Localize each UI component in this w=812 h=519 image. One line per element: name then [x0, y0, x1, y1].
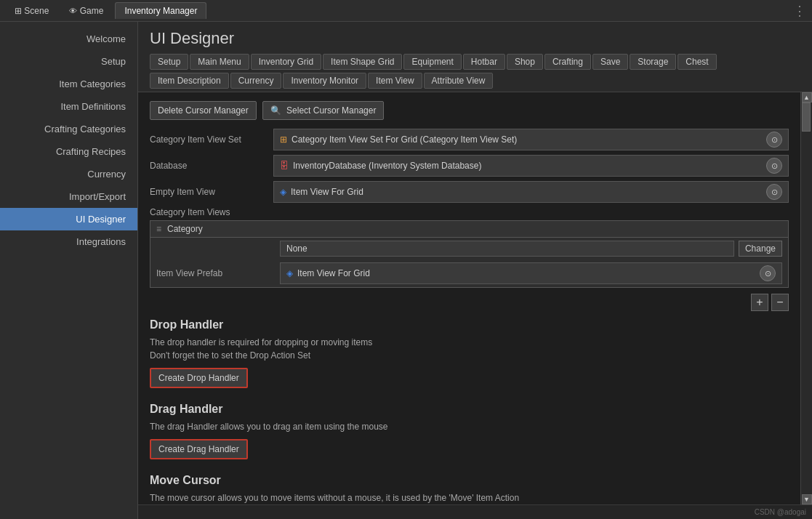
- game-tab[interactable]: 👁 Game: [60, 3, 112, 19]
- add-row-button[interactable]: +: [751, 294, 768, 311]
- category-item-view-set-value: ⊞ Category Item View Set For Grid (Categ…: [273, 129, 789, 150]
- empty-item-view-value: ◈ Item View For Grid ⊙: [273, 181, 789, 203]
- scene-icon: ⊞: [15, 6, 22, 16]
- empty-item-view-btn[interactable]: ⊙: [766, 184, 782, 200]
- tab-save[interactable]: Save: [592, 54, 628, 70]
- scrollbar-track[interactable]: [801, 102, 812, 494]
- more-options-icon[interactable]: ⋮: [793, 3, 806, 19]
- ui-designer-header: UI Designer Setup Main Menu Inventory Gr…: [138, 22, 812, 92]
- drag-handler-desc: The drag Handler allows you to drag an i…: [150, 420, 789, 433]
- database-icon: 🗄: [280, 161, 289, 171]
- grid-icon: ⊞: [280, 134, 287, 145]
- drop-handler-title: Drop Handler: [150, 318, 789, 331]
- content-area: UI Designer Setup Main Menu Inventory Gr…: [138, 22, 812, 519]
- category-item-views-section-label: Category Item Views: [150, 207, 789, 217]
- tab-main-menu[interactable]: Main Menu: [190, 54, 249, 70]
- category-row: None Change: [150, 238, 788, 260]
- category-table: ≡ Category None Change Item View Prefab: [150, 220, 789, 288]
- tab-inventory-monitor[interactable]: Inventory Monitor: [283, 73, 366, 89]
- sidebar-item-crafting-recipes[interactable]: Crafting Recipes: [0, 140, 137, 163]
- sidebar-item-item-categories[interactable]: Item Categories: [0, 73, 137, 95]
- empty-item-view-label: Empty Item View: [150, 187, 273, 197]
- tabs-row-2: Item Description Currency Inventory Moni…: [150, 73, 800, 89]
- scroll-down-arrow[interactable]: ▼: [802, 494, 812, 504]
- search-icon: 🔍: [270, 105, 281, 116]
- change-button[interactable]: Change: [739, 241, 782, 257]
- sidebar-item-integrations[interactable]: Integrations: [0, 230, 137, 253]
- database-value: 🗄 InventoryDatabase (Inventory System Da…: [273, 155, 789, 177]
- tab-attribute-view[interactable]: Attribute View: [424, 73, 494, 89]
- item-view-prefab-label: Item View Prefab: [156, 268, 280, 278]
- sidebar: Welcome Setup Item Categories Item Defin…: [0, 22, 138, 519]
- game-icon: 👁: [69, 7, 77, 15]
- tab-chest[interactable]: Chest: [678, 54, 716, 70]
- tab-inventory-grid[interactable]: Inventory Grid: [251, 54, 321, 70]
- main-panel: Delete Cursor Manager 🔍 Select Cursor Ma…: [138, 92, 812, 504]
- category-item-view-set-row: Category Item View Set ⊞ Category Item V…: [150, 129, 789, 150]
- move-cursor-desc: The move cursor allows you to move items…: [150, 491, 789, 504]
- database-btn[interactable]: ⊙: [766, 158, 782, 174]
- tab-item-description[interactable]: Item Description: [150, 73, 229, 89]
- select-cursor-manager-button[interactable]: 🔍 Select Cursor Manager: [262, 101, 385, 120]
- scene-tab[interactable]: ⊞ Scene: [6, 3, 57, 19]
- tab-item-view[interactable]: Item View: [368, 73, 422, 89]
- remove-row-button[interactable]: −: [771, 294, 789, 311]
- empty-item-view-row: Empty Item View ◈ Item View For Grid ⊙: [150, 181, 789, 203]
- delete-cursor-manager-button[interactable]: Delete Cursor Manager: [150, 101, 257, 120]
- top-bar: ⊞ Scene 👁 Game Inventory Manager ⋮: [0, 0, 812, 22]
- item-view-prefab-row: Item View Prefab ◈ Item View For Grid ⊙: [150, 260, 788, 287]
- tabs-row-1: Setup Main Menu Inventory Grid Item Shap…: [150, 54, 800, 70]
- item-view-prefab-btn[interactable]: ⊙: [760, 265, 776, 281]
- sidebar-item-crafting-categories[interactable]: Crafting Categories: [0, 118, 137, 140]
- sidebar-item-import-export[interactable]: Import/Export: [0, 185, 137, 208]
- panel-body: Delete Cursor Manager 🔍 Select Cursor Ma…: [138, 92, 800, 504]
- scrollbar[interactable]: ▲ ▼: [800, 92, 812, 504]
- drop-handler-desc: The drop handler is required for droppin…: [150, 336, 789, 362]
- category-item-view-set-btn[interactable]: ⊙: [766, 132, 782, 148]
- database-row: Database 🗄 InventoryDatabase (Inventory …: [150, 155, 789, 177]
- create-drop-handler-button[interactable]: Create Drop Handler: [150, 368, 248, 388]
- credit-text: CSDN @adogai: [755, 508, 806, 516]
- main-layout: Welcome Setup Item Categories Item Defin…: [0, 22, 812, 519]
- sidebar-item-setup[interactable]: Setup: [0, 50, 137, 73]
- hamburger-icon: ≡: [156, 224, 161, 234]
- category-table-header: ≡ Category: [150, 221, 788, 238]
- sidebar-item-ui-designer[interactable]: UI Designer: [0, 208, 137, 230]
- tab-storage[interactable]: Storage: [630, 54, 676, 70]
- database-label: Database: [150, 161, 273, 171]
- scrollbar-thumb[interactable]: [802, 102, 811, 132]
- inventory-manager-tab[interactable]: Inventory Manager: [115, 2, 206, 19]
- tab-item-shape-grid[interactable]: Item Shape Grid: [323, 54, 402, 70]
- move-cursor-title: Move Cursor: [150, 474, 789, 487]
- create-drag-handler-button[interactable]: Create Drag Handler: [150, 439, 248, 459]
- page-title: UI Designer: [150, 29, 800, 48]
- tab-shop[interactable]: Shop: [507, 54, 543, 70]
- tab-equipment[interactable]: Equipment: [403, 54, 461, 70]
- sidebar-item-currency[interactable]: Currency: [0, 163, 137, 185]
- item-view-icon: ◈: [280, 187, 286, 197]
- toolbar-row: Delete Cursor Manager 🔍 Select Cursor Ma…: [150, 101, 789, 120]
- sidebar-item-item-definitions[interactable]: Item Definitions: [0, 95, 137, 118]
- plus-minus-row: + −: [150, 294, 789, 311]
- tab-hotbar[interactable]: Hotbar: [463, 54, 505, 70]
- item-view-prefab-icon: ◈: [286, 268, 293, 278]
- category-none-value: None: [280, 241, 734, 257]
- tab-currency[interactable]: Currency: [230, 73, 282, 89]
- tab-crafting[interactable]: Crafting: [544, 54, 591, 70]
- bottom-bar: CSDN @adogai: [138, 504, 812, 519]
- scroll-up-arrow[interactable]: ▲: [802, 92, 812, 102]
- sidebar-item-welcome[interactable]: Welcome: [0, 28, 137, 50]
- tab-setup[interactable]: Setup: [150, 54, 188, 70]
- drag-handler-title: Drag Handler: [150, 403, 789, 416]
- category-item-view-set-label: Category Item View Set: [150, 134, 273, 145]
- item-view-prefab-value: ◈ Item View For Grid ⊙: [280, 262, 782, 284]
